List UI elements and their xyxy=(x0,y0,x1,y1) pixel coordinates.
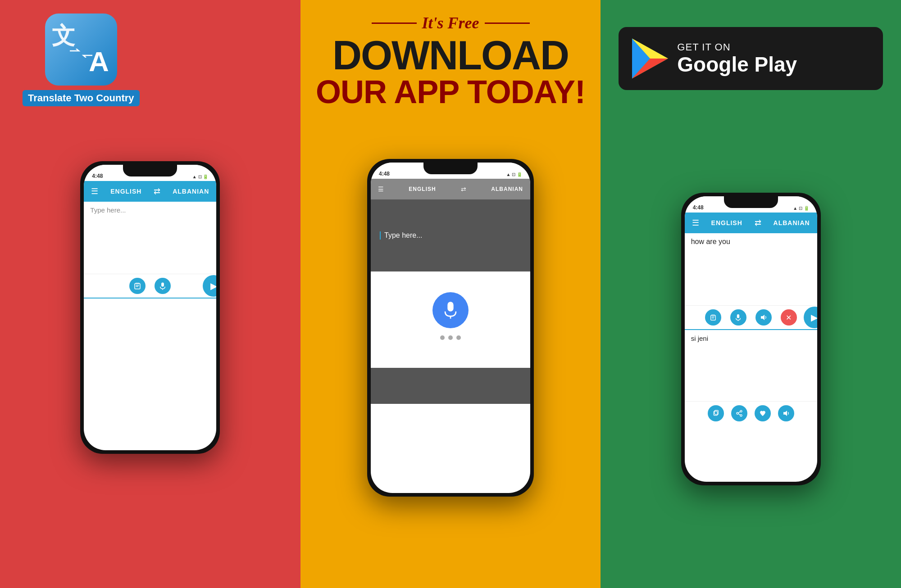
output-text-right: si jeni xyxy=(691,335,708,342)
download-headline: DOWNLOAD xyxy=(300,35,601,76)
get-it-on-label: GET IT ON xyxy=(677,41,797,53)
share-btn-right[interactable] xyxy=(731,405,747,421)
phone-mockup-middle: 4:48 ▲ ⊡ 🔋 ☰ ENGLISH ⇄ ALBANIAN Type her… xyxy=(367,159,534,497)
google-bottom-area xyxy=(371,368,530,404)
swap-icon-right[interactable]: ⇄ xyxy=(755,218,761,228)
status-icons-middle: ▲ ⊡ 🔋 xyxy=(506,172,522,177)
dash-right xyxy=(485,23,530,24)
clipboard-btn-right[interactable] xyxy=(705,309,721,326)
output-area-left xyxy=(84,298,216,383)
svg-marker-26 xyxy=(783,411,787,416)
status-time-right: 4:48 xyxy=(693,204,704,211)
send-btn-right[interactable]: ▶ xyxy=(804,307,817,328)
voice-input-area[interactable]: Type here... xyxy=(371,199,530,271)
output-action-row-right xyxy=(685,401,817,425)
swap-icon-middle[interactable]: ⇄ xyxy=(461,185,466,193)
menu-icon-middle[interactable]: ☰ xyxy=(378,185,384,193)
svg-rect-4 xyxy=(161,282,164,286)
action-row-right: ✕ ▶ xyxy=(685,305,817,329)
svg-rect-16 xyxy=(737,314,739,318)
phone-screen-middle: 4:48 ▲ ⊡ 🔋 ☰ ENGLISH ⇄ ALBANIAN Type her… xyxy=(371,163,530,493)
google-play-label: Google Play xyxy=(677,53,797,76)
phone-screen-right: 4:48 ▲ ⊡ 🔋 ☰ ENGLISH ⇄ ALBANIAN how are … xyxy=(685,196,817,482)
svg-line-25 xyxy=(738,414,740,415)
heart-btn-right[interactable] xyxy=(755,405,771,421)
dot-1 xyxy=(440,335,445,340)
its-free-label: It's Free xyxy=(422,14,479,32)
send-btn-left[interactable]: ▶ xyxy=(203,275,216,297)
lang-right-left[interactable]: ALBANIAN xyxy=(173,188,209,195)
status-icons-right: ▲ ⊡ 🔋 xyxy=(793,206,809,211)
right-panel: GET IT ON Google Play 4:48 ▲ ⊡ 🔋 ☰ ENGLI… xyxy=(601,0,901,588)
app-toolbar-right: ☰ ENGLISH ⇄ ALBANIAN xyxy=(685,213,817,233)
output-area-right: si jeni xyxy=(685,329,817,401)
app-icon-container: 文 A Translate Two Country xyxy=(23,14,140,106)
lang-right-right[interactable]: ALBANIAN xyxy=(774,219,810,226)
translate-arrows-icon xyxy=(70,49,92,58)
play-text-group: GET IT ON Google Play xyxy=(677,41,797,76)
google-mic-btn[interactable] xyxy=(432,292,469,328)
left-panel: 文 A Translate Two Country 4:48 ▲ ⊡ 🔋 ☰ E… xyxy=(0,0,300,588)
svg-line-24 xyxy=(738,412,740,413)
middle-panel: It's Free DOWNLOAD OUR APP TODAY! 4:48 ▲… xyxy=(300,0,601,588)
status-time-middle: 4:48 xyxy=(379,171,390,177)
app-toolbar-middle: ☰ ENGLISH ⇄ ALBANIAN xyxy=(371,179,530,199)
google-play-badge[interactable]: GET IT ON Google Play xyxy=(619,27,883,90)
close-btn-right[interactable]: ✕ xyxy=(781,309,797,326)
phone-notch-left xyxy=(123,165,177,176)
svg-point-21 xyxy=(740,410,742,412)
status-time-left: 4:48 xyxy=(92,173,103,179)
input-text-right: how are you xyxy=(691,238,730,245)
google-dots xyxy=(440,335,461,340)
lang-right-middle[interactable]: ALBANIAN xyxy=(491,186,523,192)
dot-3 xyxy=(456,335,461,340)
icon-zh-char: 文 xyxy=(52,20,75,52)
voice-input-text: Type here... xyxy=(380,231,423,240)
phone-mockup-right: 4:48 ▲ ⊡ 🔋 ☰ ENGLISH ⇄ ALBANIAN how are … xyxy=(681,193,821,485)
copy-btn-right[interactable] xyxy=(708,405,724,421)
lang-left-middle[interactable]: ENGLISH xyxy=(409,186,436,192)
input-placeholder-left: Type here... xyxy=(90,206,126,214)
download-text: It's Free DOWNLOAD OUR APP TODAY! xyxy=(300,14,601,108)
app-icon: 文 A xyxy=(45,14,117,86)
input-area-left[interactable]: Type here... xyxy=(84,202,216,274)
swap-icon-left[interactable]: ⇄ xyxy=(154,186,160,196)
play-logo-icon xyxy=(632,38,668,79)
app-name-label: Translate Two Country xyxy=(23,90,140,106)
svg-point-23 xyxy=(740,415,742,416)
svg-rect-13 xyxy=(710,315,715,320)
dot-2 xyxy=(448,335,453,340)
svg-rect-6 xyxy=(447,302,453,311)
lang-left-left[interactable]: ENGLISH xyxy=(110,188,141,195)
our-app-today-headline: OUR APP TODAY! xyxy=(300,76,601,108)
app-toolbar-left: ☰ ENGLISH ⇄ ALBANIAN xyxy=(84,181,216,202)
mic-btn-left[interactable] xyxy=(155,278,171,294)
svg-rect-15 xyxy=(711,318,714,318)
dash-left xyxy=(372,23,417,24)
speaker-btn-right[interactable] xyxy=(755,309,772,326)
menu-icon-left[interactable]: ☰ xyxy=(91,186,98,196)
phone-notch-right xyxy=(724,196,778,208)
input-area-right[interactable]: how are you xyxy=(685,233,817,305)
lang-left-right[interactable]: ENGLISH xyxy=(711,219,742,226)
its-free-line: It's Free xyxy=(300,14,601,32)
mic-btn-right[interactable] xyxy=(730,309,746,326)
phone-notch-middle xyxy=(423,163,478,174)
clipboard-btn-left[interactable] xyxy=(129,278,146,294)
action-row-left: ▶ xyxy=(84,274,216,298)
svg-marker-18 xyxy=(761,315,764,320)
svg-rect-14 xyxy=(711,317,714,317)
status-icons-left: ▲ ⊡ 🔋 xyxy=(192,174,208,179)
menu-icon-right[interactable]: ☰ xyxy=(692,218,699,228)
speaker2-btn-right[interactable] xyxy=(778,405,794,421)
phone-mockup-left: 4:48 ▲ ⊡ 🔋 ☰ ENGLISH ⇄ ALBANIAN Type her… xyxy=(80,161,220,454)
svg-rect-2 xyxy=(136,285,140,286)
phone-screen-left: 4:48 ▲ ⊡ 🔋 ☰ ENGLISH ⇄ ALBANIAN Type her… xyxy=(84,165,216,450)
google-voice-modal xyxy=(371,271,530,368)
svg-rect-3 xyxy=(136,286,139,287)
svg-point-22 xyxy=(737,412,738,414)
